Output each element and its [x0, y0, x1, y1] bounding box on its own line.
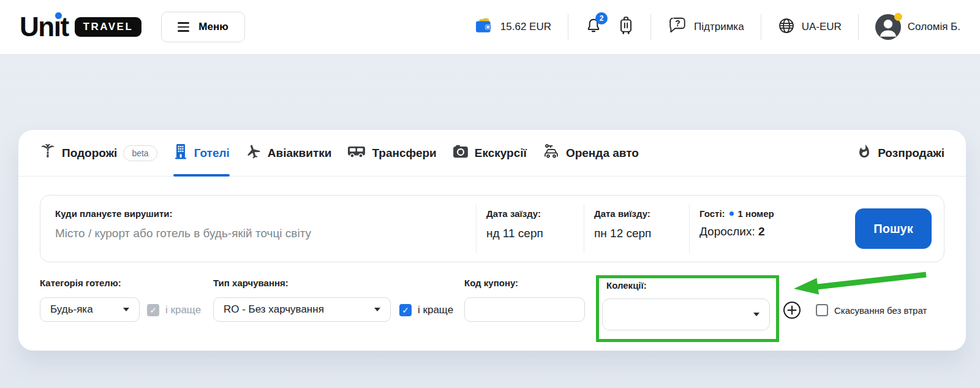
destination-input[interactable]: [55, 227, 455, 240]
meal-better-checkbox-row[interactable]: ✓ і краще: [399, 304, 453, 316]
menu-label: Меню: [198, 21, 228, 33]
chevron-down-icon: [753, 313, 760, 316]
coupon-group: Код купону:: [464, 278, 585, 322]
category-better-checkbox-row[interactable]: ✓ і краще: [147, 304, 201, 316]
search-button[interactable]: Пошук: [855, 208, 932, 249]
adults-value: 2: [758, 225, 765, 238]
flame-icon: [857, 144, 872, 162]
meal-type-group: Тип харчування: RO - Без харчування: [213, 278, 391, 322]
wallet-balance-value: 15.62 EUR: [500, 21, 551, 33]
luggage-button[interactable]: [618, 16, 634, 38]
meal-type-label: Тип харчування:: [213, 278, 391, 288]
hotel-category-group: Категорія готелю: Будь-яка: [40, 278, 140, 322]
header-divider: [858, 14, 859, 40]
search-bar: Куди плануєте вирушити: Дата заїзду: нд …: [40, 195, 944, 262]
beta-badge: beta: [123, 145, 157, 161]
chevron-down-icon: [123, 308, 129, 311]
checkout-value: пн 12 серп: [594, 227, 689, 240]
tab-car-rental[interactable]: Оренда авто: [543, 130, 639, 176]
logo[interactable]: Unıt TRAVEL: [20, 12, 141, 42]
hotel-building-icon: [173, 143, 188, 162]
destination-section[interactable]: Куди плануєте вирушити:: [40, 196, 476, 262]
header-divider: [650, 14, 651, 40]
free-cancellation-checkbox-row[interactable]: Скасування без втрат: [816, 304, 927, 316]
meal-type-value: RO - Без харчування: [224, 303, 324, 316]
header: Unıt TRAVEL Меню 15.62 EUR: [0, 0, 980, 54]
tab-sales[interactable]: Розпродажі: [857, 130, 944, 176]
chevron-down-icon: [374, 308, 380, 311]
tab-transfers[interactable]: Трансфери: [347, 130, 436, 176]
adults-label: Дорослих:: [699, 225, 755, 238]
coupon-input[interactable]: [464, 297, 585, 322]
guests-label: Гості:: [699, 208, 725, 219]
hotel-category-value: Будь-яка: [50, 303, 93, 316]
wallet-balance[interactable]: 15.62 EUR: [475, 17, 551, 37]
header-divider: [761, 14, 761, 40]
camera-icon: [453, 144, 469, 162]
checkbox-unchecked-icon[interactable]: [816, 304, 828, 316]
svg-text:?: ?: [675, 18, 680, 28]
checkin-label: Дата заїзду:: [486, 208, 584, 219]
tab-hotels[interactable]: Готелі: [173, 130, 230, 176]
notifications-count-badge: 2: [595, 12, 608, 25]
destination-label: Куди плануєте вирушити:: [55, 208, 476, 219]
product-tabs: Подорожі beta Готелі: [18, 130, 966, 177]
tab-label: Розпродажі: [878, 146, 944, 160]
car-key-icon: [543, 143, 560, 162]
checkout-section[interactable]: Дата виїзду: пн 12 серп: [584, 196, 689, 262]
logo-travel-badge: TRAVEL: [75, 17, 142, 37]
airplane-icon: [246, 143, 262, 162]
tab-label: Подорожі: [62, 146, 117, 160]
menu-button[interactable]: Меню: [161, 12, 244, 42]
tab-label: Екскурсії: [475, 146, 527, 160]
locale-selector[interactable]: UA-EUR: [778, 17, 842, 37]
collections-select[interactable]: [602, 299, 770, 330]
bell-icon: [585, 26, 602, 37]
checkbox-checked-icon[interactable]: ✓: [399, 304, 412, 316]
tab-journeys[interactable]: Подорожі beta: [40, 130, 157, 176]
tab-label: Оренда авто: [566, 146, 639, 160]
user-name: Соломія Б.: [908, 21, 960, 33]
tab-label: Авіаквитки: [268, 146, 332, 160]
free-cancellation-label: Скасування без втрат: [834, 305, 927, 316]
header-divider: [568, 14, 568, 40]
meal-type-select[interactable]: RO - Без харчування: [213, 297, 391, 322]
tab-flights[interactable]: Авіаквитки: [246, 130, 332, 176]
hotel-category-label: Категорія готелю:: [40, 278, 140, 288]
guests-section[interactable]: Гості: 1 номер Дорослих: 2: [690, 196, 855, 262]
filters-row: Категорія готелю: Будь-яка ✓ і краще Тип…: [40, 273, 944, 346]
meal-better-label: і краще: [418, 304, 453, 316]
checkin-section[interactable]: Дата заїзду: нд 11 серп: [477, 196, 584, 262]
notifications-button[interactable]: 2: [585, 17, 602, 37]
category-better-label: і краще: [165, 304, 201, 316]
search-card: Подорожі beta Готелі: [18, 130, 966, 351]
checkin-value: нд 11 серп: [486, 227, 584, 240]
status-dot-icon: [894, 13, 902, 21]
locale-label: UA-EUR: [802, 21, 842, 33]
tab-label: Трансфери: [372, 146, 436, 160]
coupon-label: Код купону:: [464, 278, 585, 288]
add-filter-button[interactable]: [782, 300, 802, 320]
tab-label: Готелі: [194, 146, 230, 160]
support-button[interactable]: ? Підтримка: [668, 17, 744, 38]
collections-highlight-box: Колекції:: [596, 275, 779, 342]
guests-rooms-value: 1 номер: [738, 208, 774, 219]
luggage-icon: [618, 27, 634, 37]
globe-icon: [778, 17, 795, 37]
support-label: Підтримка: [694, 21, 744, 33]
hotel-category-select[interactable]: Будь-яка: [40, 297, 140, 322]
logo-blue-dot-icon: [55, 12, 62, 19]
palm-tree-icon: [40, 143, 56, 162]
user-menu[interactable]: Соломія Б.: [875, 14, 960, 40]
tab-excursions[interactable]: Екскурсії: [453, 130, 527, 176]
chat-question-icon: ?: [668, 17, 687, 38]
wallet-icon: [475, 17, 494, 37]
hamburger-icon: [178, 22, 189, 31]
bus-icon: [347, 143, 366, 162]
checkout-label: Дата виїзду:: [594, 208, 689, 219]
logo-wordmark: Unıt: [20, 12, 69, 42]
checkbox-checked-disabled-icon[interactable]: ✓: [147, 304, 159, 316]
collections-label: Колекції:: [606, 280, 776, 291]
bullet-dot-icon: [729, 211, 734, 216]
